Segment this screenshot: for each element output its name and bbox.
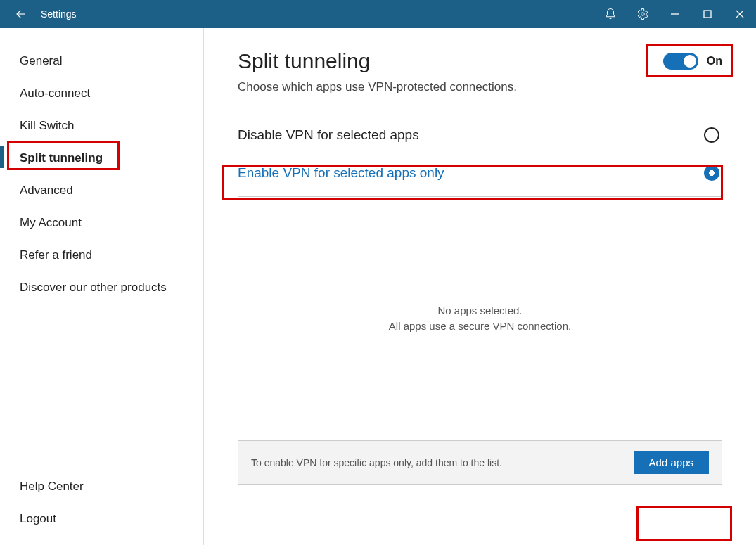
sidebar-item-kill-switch[interactable]: Kill Switch xyxy=(0,110,203,142)
page-title: Split tunneling xyxy=(238,49,370,73)
sidebar-item-split-tunneling[interactable]: Split tunneling xyxy=(0,142,203,174)
back-button[interactable] xyxy=(4,0,38,28)
sidebar-selection-indicator xyxy=(0,146,4,168)
window-title: Settings xyxy=(38,8,77,20)
page-subtitle: Choose which apps use VPN-protected conn… xyxy=(238,80,722,94)
toggle-knob xyxy=(684,55,696,68)
option-label: Enable VPN for selected apps only xyxy=(238,165,704,181)
radio-icon xyxy=(704,127,719,143)
sidebar-item-my-account[interactable]: My Account xyxy=(0,207,203,239)
sidebar-item-general[interactable]: General xyxy=(0,45,203,77)
notifications-icon[interactable] xyxy=(594,0,627,28)
empty-line-2: All apps use a secure VPN connection. xyxy=(389,319,571,335)
footer-hint: To enable VPN for specific apps only, ad… xyxy=(251,457,502,468)
sidebar: General Auto-connect Kill Switch Split t… xyxy=(0,28,204,545)
sidebar-item-help-center[interactable]: Help Center xyxy=(0,470,203,503)
close-button[interactable] xyxy=(724,0,756,28)
sidebar-item-refer-friend[interactable]: Refer a friend xyxy=(0,239,203,271)
add-apps-button[interactable]: Add apps xyxy=(634,451,709,474)
apps-panel: No apps selected. All apps use a secure … xyxy=(238,196,722,485)
option-enable-vpn-only[interactable]: Enable VPN for selected apps only xyxy=(238,154,722,192)
sidebar-item-auto-connect[interactable]: Auto-connect xyxy=(0,77,203,110)
settings-gear-icon[interactable] xyxy=(627,0,659,28)
option-disable-vpn[interactable]: Disable VPN for selected apps xyxy=(238,116,722,154)
radio-icon-selected xyxy=(704,165,719,181)
toggle-state-label: On xyxy=(707,55,722,68)
annotation-highlight-add-apps xyxy=(636,506,732,541)
option-label: Disable VPN for selected apps xyxy=(238,127,704,143)
sidebar-item-discover-products[interactable]: Discover our other products xyxy=(0,271,203,304)
minimize-button[interactable] xyxy=(659,0,691,28)
empty-line-1: No apps selected. xyxy=(437,303,522,319)
titlebar: Settings xyxy=(0,0,756,28)
svg-point-1 xyxy=(641,13,645,16)
apps-empty-state: No apps selected. All apps use a secure … xyxy=(238,197,722,440)
split-tunneling-toggle[interactable] xyxy=(663,53,698,70)
sidebar-item-advanced[interactable]: Advanced xyxy=(0,174,203,207)
apps-panel-footer: To enable VPN for specific apps only, ad… xyxy=(238,440,722,484)
svg-rect-3 xyxy=(704,11,711,18)
section-divider xyxy=(238,110,722,110)
maximize-button[interactable] xyxy=(691,0,724,28)
sidebar-item-logout[interactable]: Logout xyxy=(0,503,203,535)
main-pane: Split tunneling On Choose which apps use… xyxy=(204,28,756,545)
